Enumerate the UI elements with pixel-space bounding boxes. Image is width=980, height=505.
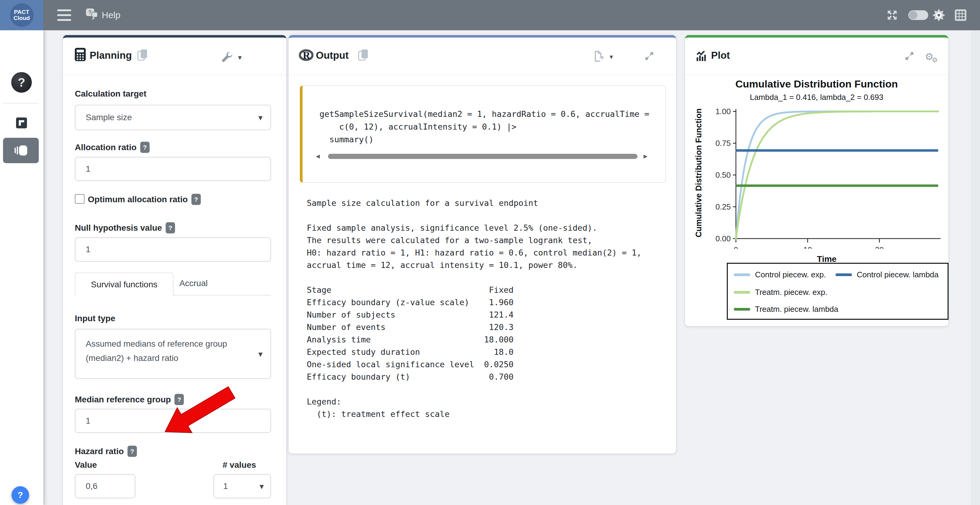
plot-settings-button[interactable]: ⚙⚙ (925, 51, 939, 62)
export-button[interactable]: ▾ (593, 50, 605, 64)
null-hypothesis-help-icon[interactable]: ? (165, 222, 175, 233)
allocation-ratio-help-icon[interactable]: ? (140, 142, 150, 153)
help-bubble-button[interactable]: ? (11, 486, 29, 504)
chart-subtitle: Lambda_1 = 0.416, lambda_2 = 0.693 (685, 93, 948, 102)
legend-item: Control piecew. exp. (734, 268, 826, 281)
sidebar-scrollbar[interactable] (43, 30, 48, 505)
chart-xlabel: Time (712, 254, 942, 264)
null-hypothesis-input[interactable] (75, 237, 271, 262)
chart-ylabel: Cumulative Distribution Function (694, 106, 703, 240)
legend-item: Control piecew. lambda (835, 268, 939, 281)
svg-text:0.50: 0.50 (715, 170, 731, 179)
plot-card: Plot ⚙⚙ Cumulative Distribution Function… (685, 35, 948, 326)
chart-title: Cumulative Distribution Function (685, 78, 948, 90)
red-pointer-arrow (161, 386, 236, 436)
legend-label-treatm-exp: Treatm. piecew. exp. (755, 287, 827, 297)
help-menu[interactable]: ? Help (85, 0, 121, 30)
plot-card-header: Plot ⚙⚙ (685, 38, 948, 75)
hazard-value-label: Value (75, 460, 97, 470)
calculation-target-label: Calculation target (75, 89, 146, 99)
planning-title: Planning (90, 50, 132, 61)
page-scrollbar[interactable] (971, 30, 980, 505)
r-logo-icon: R (299, 49, 313, 63)
input-type-value: Assumed medians of reference group (medi… (86, 337, 228, 365)
num-values-select[interactable]: 1 ▾ (213, 474, 271, 498)
svg-text:R: R (303, 50, 310, 61)
file-export-icon (593, 50, 605, 62)
planning-card-header: Planning ▾ (63, 38, 286, 75)
planning-card: Planning ▾ Calculation target Sample siz… (63, 35, 286, 505)
scroll-left-arrow[interactable]: ◂ (316, 151, 320, 161)
copy-icon (358, 48, 369, 62)
brand-logo[interactable]: PACT Cloud (0, 0, 43, 30)
hamburger-menu-icon[interactable] (55, 0, 73, 30)
help-bubbles-icon: ? (85, 8, 99, 23)
svg-text:0: 0 (734, 245, 738, 249)
output-card: R Output ▾ getSampleSizeSurvival( (289, 35, 676, 454)
flip-step-icon (16, 118, 27, 129)
sidebar-item-planning-active[interactable] (3, 138, 39, 163)
help-bubble-glyph: ? (18, 490, 23, 500)
user-avatar[interactable]: ? (11, 72, 32, 93)
output-card-header: R Output ▾ (289, 38, 676, 75)
result-text: Sample size calculation for a survival e… (307, 197, 641, 420)
optimum-allocation-checkbox[interactable] (75, 194, 84, 204)
svg-text:10: 10 (803, 245, 812, 249)
allocation-ratio-input[interactable] (75, 157, 271, 181)
fullscreen-button[interactable] (883, 0, 901, 30)
theme-sun-icon[interactable] (930, 0, 947, 30)
svg-text:?: ? (88, 10, 92, 16)
svg-text:0.00: 0.00 (715, 234, 731, 243)
scroll-right-arrow[interactable]: ▸ (644, 151, 648, 161)
allocation-ratio-label: Allocation ratio ? (75, 142, 150, 153)
cdf-chart: 0.000.250.500.751.0001020 (712, 106, 942, 249)
input-type-select[interactable]: Assumed medians of reference group (medi… (75, 329, 271, 379)
calculation-target-select[interactable]: Sample size ▾ (75, 105, 271, 130)
legend-label-treatm-lambda: Treatm. piecew. lambda (755, 305, 838, 314)
wrench-icon (221, 51, 233, 63)
copy-code-button[interactable] (137, 48, 148, 63)
expand-icon (904, 50, 915, 62)
copy-output-button[interactable] (358, 48, 369, 63)
legend-item: Treatm. piecew. lambda (734, 303, 838, 315)
brand-line2: Cloud (14, 15, 30, 21)
legend-label-control-lambda: Control piecew. lambda (857, 270, 939, 279)
num-values-label: # values (223, 460, 256, 470)
plot-title: Plot (711, 50, 730, 61)
sidebar-divider (3, 103, 39, 103)
expand-output-button[interactable] (644, 50, 655, 63)
copy-icon (137, 48, 148, 62)
apps-grid-icon[interactable] (951, 0, 970, 30)
hazard-ratio-help-icon[interactable]: ? (127, 446, 137, 457)
optimum-allocation-help-icon[interactable]: ? (191, 194, 201, 205)
chevron-down-icon: ▾ (258, 349, 262, 359)
avatar-question-glyph: ? (18, 76, 25, 89)
horizontal-scrollbar-thumb[interactable] (328, 154, 638, 159)
tab-survival-functions[interactable]: Survival functions (75, 273, 173, 296)
chevron-down-icon: ▾ (258, 113, 262, 122)
sidebar: ? (0, 30, 43, 505)
dark-mode-toggle[interactable] (907, 0, 929, 30)
input-type-label: Input type (75, 314, 115, 323)
help-menu-label: Help (102, 10, 121, 20)
export-caret-icon: ▾ (609, 53, 613, 61)
settings-wrench-button[interactable]: ▾ (221, 51, 233, 64)
chevron-down-icon: ▾ (259, 481, 264, 491)
sidebar-item-designs[interactable] (16, 118, 27, 129)
wrench-caret-icon: ▾ (238, 53, 242, 62)
r-code-block: getSampleSizeSurvival(median2 = 1, hazar… (300, 86, 666, 183)
calculation-target-value: Sample size (86, 111, 132, 124)
r-code-text: getSampleSizeSurvival(median2 = 1, hazar… (320, 108, 649, 146)
svg-text:0.25: 0.25 (715, 202, 731, 211)
optimum-allocation-label: Optimum allocation ratio ? (88, 194, 201, 205)
gear-small-icon: ⚙ (932, 56, 938, 64)
expand-plot-button[interactable] (904, 50, 915, 63)
tab-accrual[interactable]: Accrual (172, 273, 215, 294)
num-values-value: 1 (223, 480, 228, 492)
hazard-ratio-input[interactable] (75, 474, 135, 498)
expand-icon (644, 50, 655, 62)
legend-swatch-control-exp (734, 273, 750, 276)
topbar: PACT Cloud ? Help (0, 0, 980, 30)
legend-item: Treatm. piecew. exp. (734, 286, 827, 298)
legend-swatch-treatm-exp (734, 291, 750, 294)
